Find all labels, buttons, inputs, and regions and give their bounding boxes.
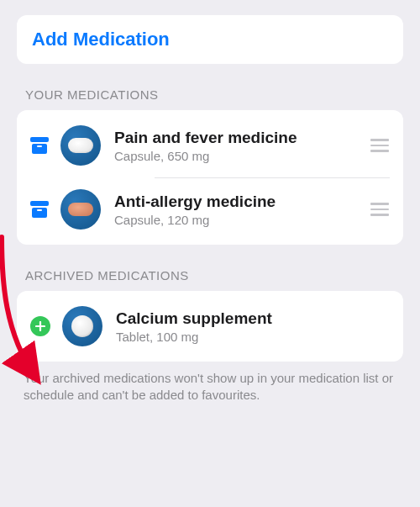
medication-pill-icon	[62, 306, 102, 346]
medication-row[interactable]: Anti-allergy medicine Capsule, 120 mg	[17, 177, 403, 241]
medication-row[interactable]: Pain and fever medicine Capsule, 650 mg	[17, 114, 403, 177]
archive-icon[interactable]	[30, 137, 49, 154]
archive-icon[interactable]	[30, 201, 49, 218]
archived-medication-row[interactable]: Calcium supplement Tablet, 100 mg	[17, 294, 403, 358]
medication-name: Pain and fever medicine	[114, 128, 361, 148]
archived-footer-note: Your archived medications won't show up …	[24, 370, 396, 404]
medication-text: Pain and fever medicine Capsule, 650 mg	[114, 128, 361, 164]
unarchive-add-icon[interactable]	[30, 316, 50, 336]
medication-name: Calcium supplement	[116, 309, 390, 329]
drag-handle-icon[interactable]	[370, 203, 390, 216]
drag-handle-icon[interactable]	[370, 139, 390, 152]
medication-name: Anti-allergy medicine	[114, 192, 361, 212]
medication-pill-icon	[60, 189, 101, 230]
medication-desc: Tablet, 100 mg	[116, 330, 390, 344]
add-medication-title: Add Medication	[32, 29, 388, 50]
add-medication-card[interactable]: Add Medication	[17, 15, 403, 64]
your-medications-header: YOUR MEDICATIONS	[25, 87, 395, 102]
medication-pill-icon	[60, 125, 101, 166]
medication-text: Anti-allergy medicine Capsule, 120 mg	[114, 192, 361, 228]
your-medications-list: Pain and fever medicine Capsule, 650 mg …	[17, 110, 403, 245]
medication-desc: Capsule, 120 mg	[114, 213, 361, 227]
archived-medications-header: ARCHIVED MEDICATIONS	[25, 268, 395, 283]
medication-desc: Capsule, 650 mg	[114, 149, 361, 163]
archived-medications-list: Calcium supplement Tablet, 100 mg	[17, 291, 403, 362]
medication-text: Calcium supplement Tablet, 100 mg	[116, 309, 390, 345]
